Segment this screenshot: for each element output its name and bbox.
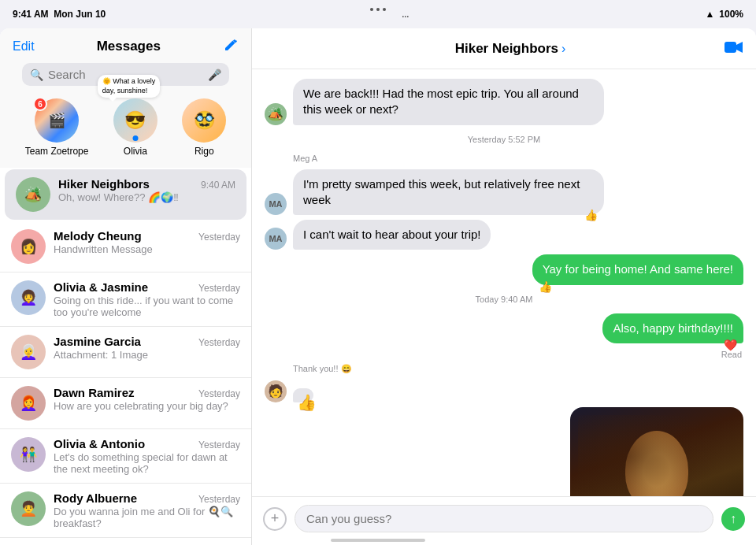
team-zoetrope-avatar: 🎬 6 (35, 98, 79, 143)
conv-content: Olivia & Antonio Yesterday Let's do some… (54, 437, 240, 475)
pinned-team-zoetrope[interactable]: 🎬 6 Team Zoetrope (25, 98, 89, 157)
battery-icon: 100% (719, 9, 743, 20)
message-bubble: We are back!!! Had the most epic trip. Y… (293, 79, 604, 125)
conv-time: Yesterday (198, 388, 240, 399)
status-time: 9:41 AM Mon Jun 10 (13, 9, 106, 20)
rigo-label: Rigo (195, 146, 214, 157)
video-call-button[interactable] (724, 39, 743, 59)
pinned-olivia[interactable]: 🌞 What a lovelyday, sunshine! 😎 Olivia (113, 98, 158, 157)
conv-name: Dawn Ramirez (54, 386, 135, 399)
conv-time: 9:40 AM (201, 180, 235, 191)
home-indicator (331, 539, 425, 542)
conv-item-melody-cheung[interactable]: 👩 Melody Cheung Yesterday Handwritten Me… (0, 221, 251, 272)
message-sender: Meg A (293, 154, 743, 163)
chat-header: Hiker Neighbors › (252, 28, 756, 69)
conv-content: Olivia & Jasmine Yesterday Going on this… (54, 280, 240, 318)
message-row: MA I can't wait to hear about your trip! (265, 220, 743, 250)
conv-content: Hiker Neighbors 9:40 AM Oh, wow! Where??… (58, 177, 235, 203)
chat-title: Hiker Neighbors (455, 41, 558, 57)
thumbs-up-reaction: 👍 (584, 208, 598, 223)
conv-item-olivia-antonio[interactable]: 👫 Olivia & Antonio Yesterday Let's do so… (0, 429, 251, 484)
conv-preview: Do you wanna join me and Oli for 🍳🔍 brea… (54, 506, 240, 529)
timestamp: Today 9:40 AM (265, 295, 743, 304)
compose-button[interactable] (223, 37, 239, 57)
wifi-icon: ▲ (705, 9, 714, 20)
conv-item-hiker-neighbors[interactable]: 🏕️ Hiker Neighbors 9:40 AM Oh, wow! Wher… (5, 169, 246, 220)
message-row: Yay for being home! And same here! 👍 (265, 254, 743, 284)
app-container: Edit Messages 🔍 🎤 🎬 6 (0, 28, 756, 545)
conv-item-dawn-ramirez[interactable]: 👩‍🦰 Dawn Ramirez Yesterday How are you c… (0, 378, 251, 429)
conv-time: Yesterday (198, 439, 240, 450)
conv-time: Yesterday (198, 337, 240, 348)
pinned-contacts: 🎬 6 Team Zoetrope 🌞 What a lovelyday, su… (0, 94, 251, 168)
team-zoetrope-label: Team Zoetrope (25, 146, 89, 157)
read-label: Read (265, 350, 742, 359)
right-panel: Hiker Neighbors › 🏕️ We are back!!! Had … (252, 28, 756, 545)
add-attachment-button[interactable]: + (263, 507, 287, 531)
conv-avatar: 🧑‍🦱 (11, 491, 46, 526)
message-bubble: 👍 (293, 388, 313, 402)
message-input[interactable] (295, 505, 713, 532)
conv-preview: How are you celebrating your big day? (54, 400, 240, 412)
conv-avatar: 👩 (11, 229, 46, 264)
chat-input-area: + ↑ (252, 496, 756, 545)
message-row: MA I'm pretty swamped this week, but rel… (265, 169, 743, 216)
conv-preview: Let's do something special for dawn at t… (54, 451, 240, 475)
message-bubble: Also, happy birthday!!!! ❤️ (602, 313, 743, 343)
conv-avatar: 👩‍🦳 (11, 335, 46, 369)
send-button[interactable]: ↑ (721, 507, 745, 531)
conv-avatar: 👫 (11, 437, 46, 472)
status-bar: 9:41 AM Mon Jun 10 ... ▲ 100% (0, 0, 756, 28)
conv-content: Jasmine Garcia Yesterday Attachment: 1 I… (54, 335, 240, 361)
like-sticker-reaction: 👍 (297, 392, 317, 413)
conv-preview: Attachment: 1 Image (54, 349, 240, 361)
team-zoetrope-icon: 🎬 (48, 112, 65, 129)
speech-bubble: 🌞 What a lovelyday, sunshine! (98, 75, 161, 98)
status-dots: ... (402, 9, 409, 19)
conv-name: Jasmine Garcia (54, 335, 141, 348)
conv-name: Olivia & Jasmine (54, 280, 148, 294)
unread-badge: 6 (33, 97, 47, 111)
message-bubble: I can't wait to hear about your trip! (293, 220, 491, 250)
message-bubble: I'm pretty swamped this week, but relati… (293, 169, 604, 216)
conv-content: Rody Albuerne Yesterday Do you wanna joi… (54, 491, 240, 529)
chat-title-chevron-icon: › (561, 42, 565, 56)
conv-name: Olivia & Antonio (54, 437, 145, 450)
chat-messages: 🏕️ We are back!!! Had the most epic trip… (252, 69, 756, 496)
msg-avatar: 🧑 (265, 380, 287, 402)
olivia-avatar: 😎 (113, 98, 158, 143)
heart-reaction: ❤️ (724, 338, 737, 353)
conv-item-olivia-jasmine[interactable]: 👩‍🦱 Olivia & Jasmine Yesterday Going on … (0, 272, 251, 327)
image-message (570, 407, 743, 496)
pinned-rigo[interactable]: 🥸 Rigo (182, 98, 226, 157)
conv-name: Rody Albuerne (54, 491, 137, 505)
message-row: Also, happy birthday!!!! ❤️ (265, 313, 743, 343)
unread-dot (132, 135, 138, 141)
mic-icon[interactable]: 🎤 (208, 69, 221, 81)
conv-content: Dawn Ramirez Yesterday How are you celeb… (54, 386, 240, 412)
conv-content: Melody Cheung Yesterday Handwritten Mess… (54, 229, 240, 255)
conv-preview: Going on this ride... if you want to com… (54, 295, 240, 318)
conv-preview: Handwritten Message (54, 243, 240, 255)
conv-avatar: 🏕️ (16, 177, 50, 212)
send-icon: ↑ (730, 512, 736, 526)
conv-item-jasmine-garcia[interactable]: 👩‍🦳 Jasmine Garcia Yesterday Attachment:… (0, 327, 251, 378)
msg-avatar: 🏕️ (265, 103, 287, 125)
chat-title-area[interactable]: Hiker Neighbors › (455, 41, 566, 57)
msg-avatar: MA (265, 193, 287, 215)
edit-button[interactable]: Edit (13, 36, 35, 57)
conv-time: Yesterday (198, 283, 240, 294)
status-indicators: ▲ 100% (705, 9, 743, 20)
conv-item-rody-albuerne[interactable]: 🧑‍🦱 Rody Albuerne Yesterday Do you wanna… (0, 484, 251, 538)
search-icon: 🔍 (30, 69, 43, 81)
olivia-label: Olivia (124, 146, 147, 157)
left-panel: Edit Messages 🔍 🎤 🎬 6 (0, 28, 252, 545)
conv-item-antonio-manriquez[interactable]: 🧑 Antonio Manríquez Yesterday (0, 538, 251, 545)
conv-time: Yesterday (198, 232, 240, 243)
message-sender: Thank you!! 😄 (293, 364, 743, 374)
msg-avatar: MA (265, 228, 287, 250)
message-bubble: Yay for being home! And same here! 👍 (532, 254, 743, 284)
conv-time: Yesterday (198, 494, 240, 505)
message-row: 🏕️ We are back!!! Had the most epic trip… (265, 79, 743, 125)
conv-name: Melody Cheung (54, 229, 142, 243)
